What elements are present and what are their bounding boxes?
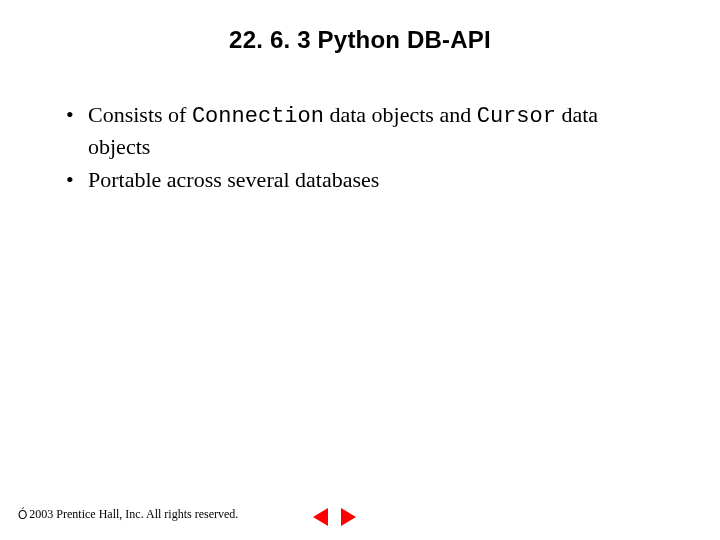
bullet-token: Cursor	[477, 104, 556, 129]
triangle-right-icon	[341, 508, 356, 526]
copyright-footer: Ó 2003 Prentice Hall, Inc. All rights re…	[18, 507, 238, 522]
prev-slide-button[interactable]	[310, 508, 330, 526]
triangle-left-icon	[313, 508, 328, 526]
bullet-token: Connection	[192, 104, 324, 129]
copyright-symbol: Ó	[18, 508, 27, 522]
bullet-token: Consists of	[88, 102, 192, 127]
slide: 22. 6. 3 Python DB-API Consists of Conne…	[0, 0, 720, 540]
bullet-token: Portable across several databases	[88, 167, 379, 192]
copyright-text: 2003 Prentice Hall, Inc. All rights rese…	[29, 507, 238, 522]
bullet-list: Consists of Connection data objects and …	[60, 100, 660, 195]
bullet-item: Consists of Connection data objects and …	[60, 100, 660, 161]
slide-nav	[310, 508, 358, 526]
next-slide-button[interactable]	[338, 508, 358, 526]
slide-title: 22. 6. 3 Python DB-API	[0, 26, 720, 54]
bullet-token: data objects and	[324, 102, 477, 127]
bullet-item: Portable across several databases	[60, 165, 660, 195]
slide-body: Consists of Connection data objects and …	[60, 100, 660, 199]
